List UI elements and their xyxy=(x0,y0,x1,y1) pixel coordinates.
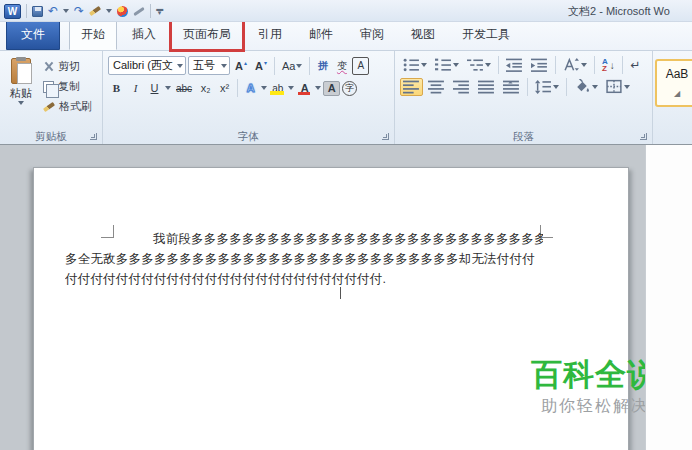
quick-access-toolbar: W ↶ ↷ ▬▾ xyxy=(4,2,163,20)
character-shading-button[interactable]: A xyxy=(323,81,340,96)
ribbon-tab-label: 插入 xyxy=(132,27,156,41)
ribbon-tab[interactable]: 视图 xyxy=(399,20,447,50)
bullets-button[interactable] xyxy=(400,56,430,74)
font-dialog-launcher-icon[interactable] xyxy=(382,133,389,140)
phonetic-guide-button[interactable]: 拼 xyxy=(314,57,331,75)
font-color-button[interactable]: A xyxy=(296,79,313,97)
ribbon-tab[interactable]: 页面布局 xyxy=(171,20,243,50)
multilevel-list-button[interactable] xyxy=(464,56,494,74)
character-border-button[interactable]: A xyxy=(352,57,369,75)
font-group: Calibri (西文 五号 A A Aa 拼 变 A xyxy=(103,51,395,144)
save-icon[interactable] xyxy=(32,6,43,17)
align-left-button[interactable] xyxy=(400,78,423,96)
line-spacing-icon xyxy=(535,79,552,95)
ribbon-tab-row: 文件 开始 插入 页面布局 引用 邮件 审阅 视图 开发工具 xyxy=(0,22,692,50)
highlight-dropdown-icon[interactable] xyxy=(288,86,294,90)
asian-layout-dropdown-icon xyxy=(581,63,587,67)
underline-dropdown-icon[interactable] xyxy=(165,86,171,90)
divider xyxy=(594,56,595,74)
ribbon-tab[interactable]: 审阅 xyxy=(348,20,396,50)
text-effects-button[interactable]: A xyxy=(242,79,259,97)
document-text: 我前段多多多多多多多多多多多多多多多多多多多多多多多多多多多多多多多 多全无敌多… xyxy=(65,229,543,289)
italic-button[interactable]: I xyxy=(127,79,144,97)
format-painter-button[interactable]: 格式刷 xyxy=(40,98,95,115)
grow-font-button[interactable]: A xyxy=(232,57,250,75)
font-name-combobox[interactable]: Calibri (西文 xyxy=(108,56,186,75)
numbering-dropdown-icon xyxy=(453,63,459,67)
quick-style-preview[interactable]: AaB ◢ xyxy=(655,59,692,107)
shrink-font-button[interactable]: A xyxy=(252,57,270,75)
divider xyxy=(150,4,151,18)
copy-button[interactable]: 复制 xyxy=(40,78,95,95)
paint-bucket-icon xyxy=(574,79,591,95)
customize-qat-dropdown-icon[interactable]: ▬▾ xyxy=(156,7,163,15)
ribbon-tab[interactable]: 文件 xyxy=(6,20,60,50)
ribbon-tab-label: 开发工具 xyxy=(462,27,510,41)
redo-icon[interactable]: ↷ xyxy=(74,3,84,19)
multilevel-list-icon xyxy=(467,57,484,73)
change-case-button[interactable]: Aa xyxy=(279,57,305,75)
subscript-button[interactable]: x₂ xyxy=(197,79,214,97)
divider xyxy=(237,79,238,97)
divider xyxy=(274,57,275,75)
ribbon-tab[interactable]: 邮件 xyxy=(297,20,345,50)
superscript-button[interactable]: x² xyxy=(216,79,233,97)
divider xyxy=(498,56,499,74)
text-effects-dropdown-icon[interactable] xyxy=(261,86,267,90)
underline-button[interactable]: U xyxy=(146,79,163,97)
asian-layout-button[interactable] xyxy=(560,56,590,74)
ribbon-tab[interactable]: 开始 xyxy=(69,20,117,50)
paragraph-dialog-launcher-icon[interactable] xyxy=(640,133,647,140)
paste-button[interactable]: 粘贴 xyxy=(2,54,40,129)
paste-dropdown-icon[interactable] xyxy=(18,101,24,105)
align-center-button[interactable] xyxy=(425,78,448,96)
ribbon-tab[interactable]: 开发工具 xyxy=(450,20,522,50)
pens-dropdown-icon[interactable] xyxy=(106,9,112,13)
document-text-line[interactable]: 我前段多多多多多多多多多多多多多多多多多多多多多多多多多多多多多多多 xyxy=(65,229,543,249)
strikethrough-button[interactable]: abc xyxy=(173,79,195,97)
pen-icon[interactable] xyxy=(133,6,145,15)
font-size-combobox[interactable]: 五号 xyxy=(188,56,230,75)
increase-indent-icon xyxy=(531,57,548,73)
numbering-button[interactable] xyxy=(432,56,462,74)
borders-button[interactable] xyxy=(603,78,633,96)
undo-dropdown-icon[interactable] xyxy=(63,9,69,13)
asian-layout-icon xyxy=(563,57,580,73)
increase-indent-button[interactable] xyxy=(528,56,551,74)
align-center-icon xyxy=(428,79,445,95)
borders-icon xyxy=(606,79,623,95)
bullets-dropdown-icon xyxy=(421,63,427,67)
bold-button[interactable]: B xyxy=(108,79,125,97)
align-right-button[interactable] xyxy=(450,78,473,96)
ribbon-tab-label: 文件 xyxy=(21,27,45,41)
chevron-down-icon xyxy=(177,64,183,68)
document-text-line[interactable]: 多全无敌多多多多多多多多多多多多多多多多多多多多多多多多多多多却无法付付付 xyxy=(65,249,543,269)
decrease-indent-button[interactable] xyxy=(503,56,526,74)
word-logo-icon[interactable]: W xyxy=(4,4,21,19)
line-spacing-dropdown-icon xyxy=(553,85,559,89)
sort-button[interactable]: AZ ↓ xyxy=(599,56,618,74)
line-spacing-button[interactable] xyxy=(532,78,562,96)
vertical-scrollbar[interactable] xyxy=(645,145,692,450)
distribute-icon xyxy=(503,79,520,95)
divider xyxy=(555,56,556,74)
divider xyxy=(26,4,27,18)
clipboard-dialog-launcher-icon[interactable] xyxy=(90,133,97,140)
show-hide-marks-button[interactable]: ↵ xyxy=(627,56,644,74)
ribbon-tab[interactable]: 引用 xyxy=(246,20,294,50)
character-style-button[interactable]: 变 xyxy=(333,57,350,75)
paragraph-group-label: 段落 xyxy=(513,130,534,144)
ribbon-tab[interactable]: 插入 xyxy=(120,20,168,50)
enclose-characters-button[interactable]: 字 xyxy=(342,81,357,96)
undo-icon[interactable]: ↶ xyxy=(48,3,58,19)
shading-button[interactable] xyxy=(571,78,601,96)
distribute-button[interactable] xyxy=(500,78,523,96)
text-highlight-button[interactable]: ab xyxy=(269,79,286,97)
pens-icon[interactable] xyxy=(89,6,101,16)
document-text-line[interactable]: 付付付付付付付付付付付付付付付付付付付付付付付付付. xyxy=(65,269,543,289)
color-ball-icon[interactable] xyxy=(117,6,128,17)
cut-button[interactable]: 剪切 xyxy=(40,58,95,75)
justify-button[interactable] xyxy=(475,78,498,96)
document-page[interactable]: 我前段多多多多多多多多多多多多多多多多多多多多多多多多多多多多多多多 多全无敌多… xyxy=(33,167,629,450)
font-color-dropdown-icon[interactable] xyxy=(315,86,321,90)
